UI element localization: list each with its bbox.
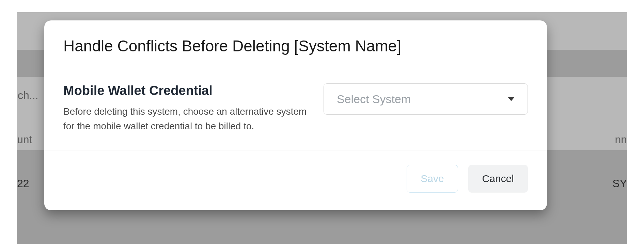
cancel-button[interactable]: Cancel [468,165,528,193]
chevron-down-icon [508,97,515,101]
modal-header: Handle Conflicts Before Deleting [System… [44,20,547,69]
section-description: Before deleting this system, choose an a… [63,104,310,134]
system-select[interactable]: Select System [324,83,528,115]
modal-body: Mobile Wallet Credential Before deleting… [44,69,547,150]
save-button[interactable]: Save [407,165,458,193]
system-select-wrap: Select System [324,83,528,115]
bg-text-fragment: SY [612,177,627,190]
modal-body-text: Mobile Wallet Credential Before deleting… [63,83,310,134]
bg-text-fragment: 22 [17,177,29,190]
section-heading: Mobile Wallet Credential [63,83,310,98]
bg-text-fragment: ch... [18,89,38,102]
modal-footer: Save Cancel [44,150,547,210]
modal-title: Handle Conflicts Before Deleting [System… [63,37,528,55]
conflict-modal: Handle Conflicts Before Deleting [System… [44,20,547,210]
bg-text-fragment: nn [615,133,627,146]
select-placeholder: Select System [337,93,411,106]
bg-text-fragment: unt [17,133,32,146]
